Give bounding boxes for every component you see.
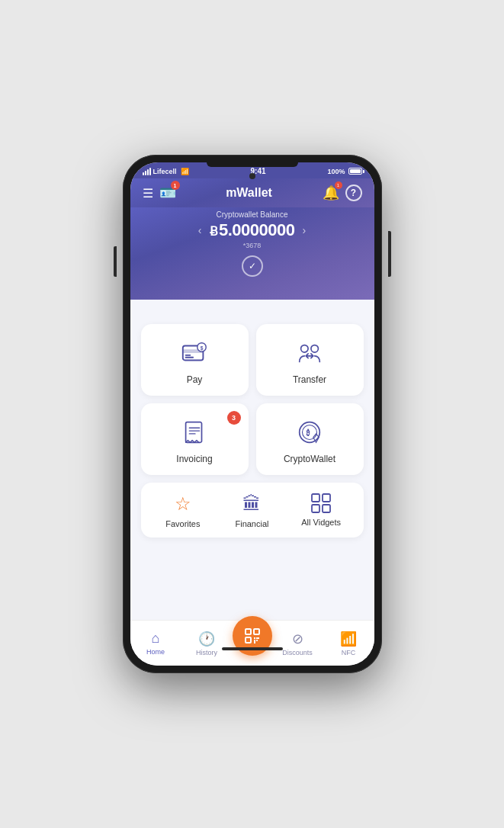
- invoicing-card[interactable]: 3 Invoicing: [141, 403, 249, 475]
- discounts-icon: ⊘: [292, 631, 303, 647]
- app-title: mWallet: [226, 186, 272, 200]
- balance-section: Cryptowallet Balance ‹ Ƀ5.0000000 › *367…: [130, 207, 374, 300]
- top-notch: [207, 162, 298, 167]
- pay-icon: $: [179, 338, 210, 368]
- history-icon: 🕐: [198, 631, 215, 647]
- header-left: ☰ 🪪 1: [143, 185, 176, 201]
- home-label: Home: [146, 648, 165, 656]
- header-nav: ☰ 🪪 1 mWallet 🔔 1 ?: [143, 185, 362, 201]
- cryptowallet-icon: ₿: [294, 417, 325, 448]
- svg-text:₿: ₿: [306, 428, 310, 437]
- invoicing-badge: 3: [227, 411, 241, 425]
- transfer-label: Transfer: [293, 374, 326, 385]
- main-content: $ Pay: [130, 315, 374, 620]
- svg-rect-18: [312, 505, 319, 512]
- card-button[interactable]: 🪪 1: [159, 185, 176, 201]
- pay-card[interactable]: $ Pay: [141, 324, 249, 396]
- balance-row: ‹ Ƀ5.0000000 ›: [143, 220, 362, 240]
- favorites-icon: ☆: [175, 493, 191, 515]
- nav-history[interactable]: 🕐 History: [181, 631, 233, 656]
- nfc-label: NFC: [342, 649, 356, 656]
- svg-rect-8: [186, 422, 202, 443]
- pay-label: Pay: [187, 374, 203, 385]
- phone-screen: Lifecell 📶 9:41 100% ☰ 🪪: [130, 162, 374, 666]
- nfc-icon: 📶: [340, 631, 357, 647]
- favorites-label: Favorites: [165, 519, 200, 528]
- balance-label: Cryptowallet Balance: [143, 210, 362, 219]
- wifi-icon: 📶: [181, 168, 189, 175]
- bell-badge: 1: [335, 181, 342, 189]
- svg-rect-19: [323, 505, 330, 512]
- history-label: History: [196, 649, 217, 656]
- carrier-label: Lifecell: [153, 168, 177, 175]
- menu-button[interactable]: ☰: [143, 186, 153, 201]
- action-grid: $ Pay: [141, 324, 364, 475]
- discounts-label: Discounts: [282, 649, 313, 656]
- app-header: ☰ 🪪 1 mWallet 🔔 1 ?: [130, 178, 374, 207]
- wave-divider: [130, 300, 374, 315]
- all-vidgets-label: All Vidgets: [301, 518, 341, 527]
- status-left: Lifecell 📶: [143, 168, 189, 175]
- svg-rect-23: [256, 640, 258, 641]
- phone-frame: Lifecell 📶 9:41 100% ☰ 🪪: [123, 155, 382, 673]
- currency-symbol: Ƀ: [210, 225, 218, 238]
- help-button[interactable]: ?: [345, 185, 362, 201]
- bottom-nav: ⌂ Home 🕐 History: [130, 620, 374, 666]
- scan-icon: [243, 627, 262, 645]
- cryptowallet-card[interactable]: ₿ CryptoWallet: [256, 403, 364, 475]
- svg-rect-16: [312, 494, 319, 502]
- transfer-icon: [294, 338, 325, 368]
- nav-discounts[interactable]: ⊘ Discounts: [272, 631, 323, 656]
- svg-point-7: [311, 345, 319, 353]
- account-number: *3678: [143, 242, 362, 249]
- home-icon: ⌂: [152, 631, 160, 647]
- battery-icon: [348, 168, 362, 175]
- header-right: 🔔 1 ?: [323, 185, 362, 201]
- notifications-button[interactable]: 🔔 1: [323, 185, 339, 201]
- financial-widget[interactable]: 🏛 Financial: [217, 493, 287, 528]
- app-container: Lifecell 📶 9:41 100% ☰ 🪪: [130, 162, 374, 666]
- nav-scan-wrapper: [233, 624, 272, 663]
- svg-rect-20: [246, 629, 251, 634]
- favorites-widget[interactable]: ☆ Favorites: [149, 493, 218, 528]
- camera: [249, 173, 255, 179]
- all-vidgets-widget[interactable]: All Vidgets: [287, 493, 356, 528]
- svg-rect-24: [254, 637, 255, 639]
- balance-amount: Ƀ5.0000000: [210, 220, 295, 240]
- transfer-card[interactable]: Transfer: [256, 324, 364, 396]
- financial-label: Financial: [235, 519, 268, 528]
- svg-rect-26: [256, 637, 259, 639]
- status-right: 100%: [327, 168, 361, 175]
- card-badge: 1: [171, 181, 180, 190]
- chevron-down-icon: ✓: [249, 261, 256, 271]
- invoicing-label: Invoicing: [176, 454, 212, 464]
- prev-wallet-button[interactable]: ‹: [198, 224, 202, 236]
- nav-home[interactable]: ⌂ Home: [130, 631, 181, 656]
- power-button: [388, 231, 391, 277]
- battery-percent: 100%: [327, 168, 345, 175]
- help-label: ?: [351, 188, 356, 198]
- svg-text:$: $: [201, 345, 204, 351]
- expand-button[interactable]: ✓: [242, 255, 263, 277]
- svg-point-6: [301, 345, 309, 353]
- svg-rect-17: [323, 494, 330, 502]
- svg-rect-22: [246, 637, 251, 643]
- svg-rect-25: [254, 640, 255, 643]
- cryptowallet-label: CryptoWallet: [284, 454, 335, 464]
- next-wallet-button[interactable]: ›: [303, 224, 307, 236]
- grid-icon: [311, 493, 331, 513]
- svg-rect-21: [254, 629, 259, 634]
- volume-button: [114, 246, 117, 277]
- financial-icon: 🏛: [242, 493, 261, 515]
- home-indicator: [222, 647, 283, 650]
- nav-nfc[interactable]: 📶 NFC: [323, 631, 374, 656]
- invoicing-icon: [179, 417, 210, 448]
- signal-icon: [143, 168, 151, 175]
- widgets-row: ☆ Favorites 🏛 Financial: [141, 483, 364, 538]
